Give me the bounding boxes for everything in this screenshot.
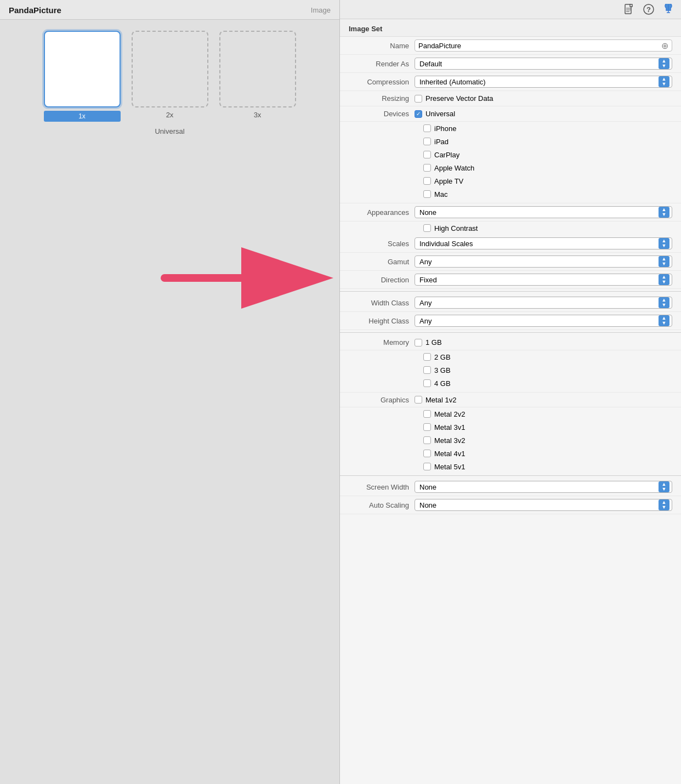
metal2v2-checkbox[interactable]	[423, 410, 431, 418]
carplay-checkbox[interactable]	[423, 151, 431, 158]
render-as-select[interactable]: Default ▲▼	[415, 58, 672, 70]
mac-label: Mac	[434, 190, 448, 198]
mac-row: Mac	[340, 188, 681, 201]
name-plus-btn[interactable]: ⊕	[661, 41, 668, 51]
section-header: Image Set	[340, 19, 681, 37]
appletv-row: Apple TV	[340, 174, 681, 188]
image-slot-3x[interactable]: 3x	[219, 31, 296, 119]
memory-1gb-label: 1 GB	[425, 338, 442, 346]
name-input[interactable]: PandaPicture ⊕	[415, 39, 672, 52]
scales-value: Individual Scales	[419, 240, 473, 248]
gamut-row: Gamut Any ▲▼	[340, 253, 681, 271]
metal3v1-checkbox[interactable]	[423, 423, 431, 431]
appearances-control: None ▲▼	[415, 206, 672, 218]
width-class-label: Width Class	[349, 299, 415, 307]
form-body: Name PandaPicture ⊕ Render As Default ▲▼	[340, 37, 681, 514]
render-as-label: Render As	[349, 60, 415, 68]
metal4v1-label: Metal 4v1	[434, 450, 465, 458]
render-as-value: Default	[419, 60, 442, 68]
screen-width-value: None	[419, 483, 436, 491]
preserve-vector-checkbox[interactable]	[415, 95, 422, 103]
appletv-checkbox[interactable]	[423, 177, 431, 185]
metal4v1-checkbox[interactable]	[423, 450, 431, 457]
image-slot-1x[interactable]: 1x	[44, 31, 121, 122]
applewatch-row: Apple Watch	[340, 161, 681, 174]
memory-4gb-checkbox[interactable]	[423, 379, 431, 387]
gamut-select[interactable]: Any ▲▼	[415, 255, 672, 268]
asset-name: PandaPicture	[9, 5, 61, 15]
ipad-row: iPad	[340, 135, 681, 148]
width-class-arrows: ▲▼	[659, 297, 669, 308]
metal2v2-row: Metal 2v2	[340, 407, 681, 421]
memory-1gb-control: 1 GB	[415, 338, 672, 346]
resizing-control: Preserve Vector Data	[415, 94, 672, 103]
memory-3gb-checkbox[interactable]	[423, 366, 431, 374]
svg-rect-2	[630, 4, 632, 7]
universal-checkbox[interactable]	[415, 110, 422, 118]
universal-label-text: Universal	[425, 110, 455, 118]
metal5v1-label: Metal 5v1	[434, 463, 465, 471]
memory-4gb-label: 4 GB	[434, 379, 451, 388]
scales-control: Individual Scales ▲▼	[415, 237, 672, 249]
image-slots: 1x 2x 3x	[44, 31, 296, 122]
metal2v2-label: Metal 2v2	[434, 410, 465, 418]
width-class-select[interactable]: Any ▲▼	[415, 297, 672, 309]
devices-header-row: Devices Universal	[340, 106, 681, 122]
memory-2gb-row: 2 GB	[340, 350, 681, 363]
screen-width-select[interactable]: None ▲▼	[415, 481, 672, 493]
slot-box-2x[interactable]	[132, 31, 208, 107]
appearances-select[interactable]: None ▲▼	[415, 206, 672, 218]
memory-1gb-checkbox[interactable]	[415, 339, 422, 346]
memory-1gb-row: Memory 1 GB	[340, 335, 681, 350]
left-header: PandaPicture Image	[0, 0, 339, 20]
mac-checkbox[interactable]	[423, 190, 431, 198]
slot-box-1x[interactable]	[44, 31, 121, 107]
memory-2gb-label: 2 GB	[434, 353, 451, 361]
slot-label-3x: 3x	[254, 111, 262, 119]
height-class-row: Height Class Any ▲▼	[340, 312, 681, 330]
auto-scaling-label: Auto Scaling	[349, 501, 415, 509]
help-icon[interactable]: ?	[643, 3, 655, 15]
applewatch-checkbox[interactable]	[423, 164, 431, 172]
auto-scaling-select[interactable]: None ▲▼	[415, 499, 672, 511]
screen-width-arrows: ▲▼	[659, 481, 669, 492]
slot-box-3x[interactable]	[219, 31, 296, 107]
high-contrast-checkbox[interactable]	[423, 224, 431, 232]
render-as-control: Default ▲▼	[415, 58, 672, 70]
metal5v1-checkbox[interactable]	[423, 463, 431, 470]
auto-scaling-value: None	[419, 501, 436, 509]
auto-scaling-arrows: ▲▼	[659, 499, 669, 510]
gamut-arrows: ▲▼	[659, 256, 669, 267]
universal-checkbox-row: Universal	[415, 110, 455, 118]
height-class-select[interactable]: Any ▲▼	[415, 315, 672, 327]
appearances-label: Appearances	[349, 208, 415, 217]
name-label: Name	[349, 42, 415, 50]
image-grid: 1x 2x 3x Universal	[0, 20, 339, 146]
document-icon[interactable]	[623, 3, 635, 15]
universal-label: Universal	[155, 127, 184, 135]
appearances-row: Appearances None ▲▼	[340, 203, 681, 221]
right-toolbar: ?	[340, 0, 681, 19]
scales-select[interactable]: Individual Scales ▲▼	[415, 237, 672, 249]
memory-2gb-checkbox[interactable]	[423, 353, 431, 361]
devices-universal-control: Universal	[415, 110, 672, 118]
pin-icon[interactable]	[662, 3, 674, 15]
metal1v2-checkbox[interactable]	[415, 396, 422, 404]
asset-type: Image	[311, 6, 331, 14]
render-as-row: Render As Default ▲▼	[340, 55, 681, 73]
metal3v1-label: Metal 3v1	[434, 423, 465, 431]
gamut-control: Any ▲▼	[415, 255, 672, 268]
direction-select[interactable]: Fixed ▲▼	[415, 274, 672, 286]
width-class-control: Any ▲▼	[415, 297, 672, 309]
iphone-checkbox[interactable]	[423, 124, 431, 132]
direction-control: Fixed ▲▼	[415, 274, 672, 286]
image-slot-2x[interactable]: 2x	[132, 31, 208, 119]
svg-text:?: ?	[646, 5, 651, 14]
metal3v2-checkbox[interactable]	[423, 436, 431, 444]
compression-select[interactable]: Inherited (Automatic) ▲▼	[415, 76, 672, 88]
memory-3gb-label: 3 GB	[434, 366, 451, 374]
width-class-row: Width Class Any ▲▼	[340, 294, 681, 312]
right-panel: ? Image Set Name	[340, 0, 681, 784]
right-content: Image Set Name PandaPicture ⊕ Render As …	[340, 19, 681, 784]
ipad-checkbox[interactable]	[423, 138, 431, 145]
